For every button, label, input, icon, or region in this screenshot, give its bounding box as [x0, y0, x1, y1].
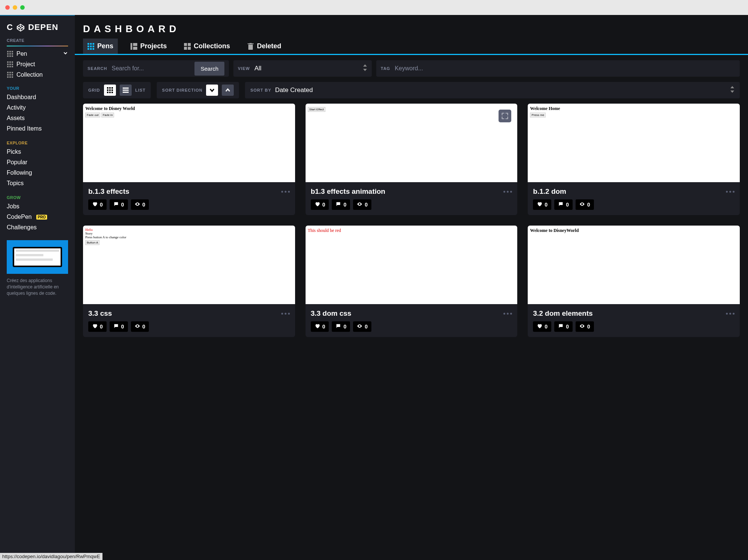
sidebar-item-collection[interactable]: Collection — [0, 70, 75, 80]
views-button[interactable]: 0 — [353, 199, 371, 210]
sidebar-item-label: Jobs — [7, 203, 19, 210]
sidebar-item-popular[interactable]: Popular — [0, 157, 75, 168]
pen-title: b.1.2 dom — [533, 187, 566, 196]
window-close-button[interactable] — [5, 5, 10, 10]
sidebar-item-project[interactable]: Project — [0, 59, 75, 70]
pen-thumbnail[interactable]: Welcome to Disney WorldFade out Fade in — [83, 104, 295, 182]
window-minimize-button[interactable] — [13, 5, 17, 10]
views-button[interactable]: 0 — [576, 199, 594, 210]
sidebar-item-label: Activity — [7, 104, 26, 111]
sidebar-item-topics[interactable]: Topics — [0, 178, 75, 189]
sidebar-item-label: Dashboard — [7, 94, 36, 101]
pen-card[interactable]: This should be red 3.3 dom css 0 0 0 — [306, 226, 518, 337]
grid-view-button[interactable] — [104, 85, 116, 96]
tab-deleted[interactable]: Deleted — [243, 39, 286, 54]
comments-button[interactable]: 0 — [332, 199, 350, 210]
tag-input[interactable] — [395, 65, 735, 72]
sidebar-item-following[interactable]: Following — [0, 168, 75, 178]
more-options-button[interactable] — [726, 191, 735, 193]
comments-button[interactable]: 0 — [110, 321, 128, 332]
comment-icon — [558, 323, 564, 330]
views-button[interactable]: 0 — [131, 321, 149, 332]
tab-pens[interactable]: Pens — [83, 39, 118, 54]
comments-button[interactable]: 0 — [554, 199, 573, 210]
svg-rect-20 — [12, 66, 13, 67]
pen-thumbnail[interactable]: Start Effect — [306, 104, 518, 182]
sort-asc-button[interactable] — [222, 85, 234, 96]
loves-button[interactable]: 0 — [311, 199, 329, 210]
pen-card[interactable]: Start Effect b1.3 effects animation 0 0 … — [306, 104, 518, 215]
svg-rect-21 — [7, 72, 9, 73]
comments-button[interactable]: 0 — [554, 321, 573, 332]
svg-rect-7 — [9, 53, 11, 55]
more-options-button[interactable] — [726, 313, 735, 315]
loves-button[interactable]: 0 — [311, 321, 329, 332]
svg-rect-42 — [184, 43, 187, 46]
loves-button[interactable]: 0 — [533, 199, 551, 210]
sort-by-panel[interactable]: SORT BY Date Created — [245, 82, 740, 98]
view-panel[interactable]: VIEW All — [233, 60, 372, 77]
sidebar-promo[interactable]: Créez des applications d'intelligence ar… — [7, 240, 68, 296]
sidebar-item-activity[interactable]: Activity — [0, 102, 75, 113]
svg-rect-8 — [12, 53, 13, 55]
sidebar-item-dashboard[interactable]: Dashboard — [0, 92, 75, 102]
sidebar-item-challenges[interactable]: Challenges — [0, 222, 75, 233]
loves-button[interactable]: 0 — [88, 321, 107, 332]
svg-rect-3 — [7, 51, 9, 52]
views-button[interactable]: 0 — [353, 321, 371, 332]
more-options-button[interactable] — [503, 313, 512, 315]
window-maximize-button[interactable] — [20, 5, 25, 10]
tab-projects[interactable]: Projects — [126, 39, 171, 54]
sidebar-item-picks[interactable]: Picks — [0, 147, 75, 157]
comments-button[interactable]: 0 — [110, 199, 128, 210]
svg-rect-46 — [248, 45, 253, 50]
pen-card[interactable]: Welcome to Disney WorldFade out Fade in … — [83, 104, 295, 215]
sort-desc-button[interactable] — [206, 85, 218, 96]
svg-rect-48 — [249, 43, 252, 44]
list-view-button[interactable] — [120, 85, 132, 96]
pen-card[interactable]: Welcome HomePress me b.1.2 dom 0 0 0 — [528, 104, 740, 215]
svg-rect-53 — [111, 87, 113, 89]
logo[interactable]: C DEPEN — [0, 16, 75, 37]
pen-thumbnail[interactable]: This should be red — [306, 226, 518, 304]
svg-rect-13 — [9, 61, 11, 63]
eye-icon — [135, 323, 140, 330]
loves-button[interactable]: 0 — [533, 321, 551, 332]
search-input[interactable] — [111, 65, 190, 72]
search-button[interactable]: Search — [194, 62, 224, 76]
pen-card[interactable]: HelloStoryPress button A to change color… — [83, 226, 295, 337]
pen-card[interactable]: Welcome to DisneyWorld 3.2 dom elements … — [528, 226, 740, 337]
tab-collections[interactable]: Collections — [180, 39, 234, 54]
pen-thumbnail[interactable]: Welcome to DisneyWorld — [528, 226, 740, 304]
pen-thumbnail[interactable]: HelloStoryPress button A to change color… — [83, 226, 295, 304]
loves-count: 0 — [100, 202, 103, 208]
sidebar-item-pinned-items[interactable]: Pinned Items — [0, 123, 75, 134]
pen-thumbnail[interactable]: Welcome HomePress me — [528, 104, 740, 182]
comments-count: 0 — [343, 324, 346, 330]
views-button[interactable]: 0 — [576, 321, 594, 332]
more-options-button[interactable] — [503, 191, 512, 193]
comments-button[interactable]: 0 — [332, 321, 350, 332]
eye-icon — [579, 201, 585, 208]
svg-rect-55 — [109, 89, 111, 91]
loves-count: 0 — [100, 324, 103, 330]
comments-count: 0 — [343, 202, 346, 208]
svg-rect-54 — [107, 89, 108, 91]
more-options-button[interactable] — [281, 191, 290, 193]
eye-icon — [135, 201, 140, 208]
sidebar-item-pen[interactable]: Pen — [0, 49, 75, 59]
comment-icon — [113, 201, 119, 208]
browser-chrome — [0, 0, 748, 15]
more-options-button[interactable] — [281, 313, 290, 315]
sidebar-item-jobs[interactable]: Jobs — [0, 201, 75, 212]
views-button[interactable]: 0 — [131, 199, 149, 210]
sidebar-item-codepen[interactable]: CodePenPRO — [0, 212, 75, 222]
heart-icon — [315, 201, 320, 208]
loves-count: 0 — [545, 324, 548, 330]
pen-title: 3.2 dom elements — [533, 309, 592, 318]
sidebar-item-assets[interactable]: Assets — [0, 113, 75, 123]
expand-icon[interactable] — [499, 110, 511, 122]
svg-rect-5 — [12, 51, 13, 52]
loves-button[interactable]: 0 — [88, 199, 107, 210]
svg-rect-35 — [93, 45, 95, 47]
